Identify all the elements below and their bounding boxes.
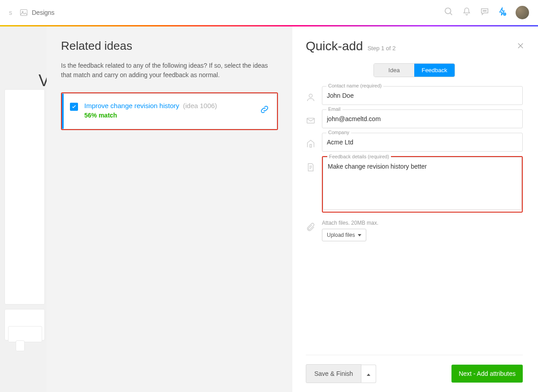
save-finish-button[interactable]: Save & Finish: [306, 364, 361, 383]
footer-bar: Save & Finish Next - Add attributes: [306, 355, 523, 383]
nav-designs-label: Designs: [32, 9, 55, 16]
person-icon: [306, 86, 316, 104]
feedback-form: Contact name (required) Email Company: [306, 86, 523, 241]
idea-title: Improve change revision history: [84, 102, 179, 109]
link-icon[interactable]: [260, 105, 269, 116]
idea-card[interactable]: Improve change revision history (idea 10…: [61, 92, 278, 130]
email-input[interactable]: [322, 109, 523, 128]
contact-input[interactable]: [322, 86, 523, 105]
chat-icon[interactable]: [480, 7, 490, 18]
image-icon: [19, 8, 28, 17]
quick-add-title: Quick-add: [306, 39, 363, 53]
svg-point-2: [445, 8, 451, 14]
svg-point-3: [483, 10, 484, 11]
next-button[interactable]: Next - Add attributes: [451, 365, 523, 383]
details-textarea[interactable]: [323, 157, 522, 210]
email-label: Email: [326, 106, 343, 112]
avatar[interactable]: [516, 6, 529, 19]
quick-add-step: Step 1 of 2: [368, 45, 396, 52]
details-label: Feedback details (required): [327, 154, 391, 159]
toggle-idea[interactable]: Idea: [374, 64, 414, 77]
quick-add-panel: Quick-add Step 1 of 2 Idea Feedback Cont…: [292, 26, 538, 392]
svg-rect-8: [307, 118, 315, 123]
type-toggle: Idea Feedback: [373, 63, 455, 77]
lightning-icon[interactable]: [498, 7, 508, 18]
check-icon: [71, 104, 77, 109]
idea-match: 56% match: [84, 112, 253, 119]
close-icon[interactable]: [516, 42, 525, 52]
letter-s: s: [9, 9, 12, 16]
upload-files-button[interactable]: Upload files: [322, 229, 366, 241]
toggle-feedback[interactable]: Feedback: [414, 64, 455, 77]
svg-point-5: [486, 10, 486, 11]
search-icon[interactable]: [444, 7, 454, 18]
idea-checkbox[interactable]: [70, 103, 78, 111]
save-finish-dropdown[interactable]: [361, 365, 376, 383]
svg-point-7: [309, 94, 312, 97]
related-title: Related ideas: [61, 39, 278, 53]
idea-ref: (idea 1006): [183, 102, 217, 109]
chevron-up-icon: [367, 374, 370, 376]
company-label: Company: [326, 130, 351, 135]
attach-hint: Attach files. 20MB max.: [322, 220, 378, 226]
top-bar: s Designs: [0, 0, 538, 25]
svg-point-4: [484, 10, 485, 11]
bell-icon[interactable]: [462, 7, 472, 18]
company-input[interactable]: [322, 133, 523, 152]
quick-add-overlay: Related ideas Is the feedback related to…: [47, 26, 538, 392]
company-icon: [306, 133, 316, 151]
nav-designs[interactable]: Designs: [19, 8, 55, 17]
svg-rect-0: [21, 9, 27, 15]
envelope-icon: [306, 109, 316, 127]
paperclip-icon: [306, 220, 316, 234]
related-intro: Is the feedback related to any of the fo…: [61, 61, 278, 80]
contact-label: Contact name (required): [326, 83, 383, 88]
related-ideas-panel: Related ideas Is the feedback related to…: [47, 26, 292, 392]
upload-files-label: Upload files: [327, 232, 355, 238]
document-icon: [306, 156, 316, 174]
chevron-down-icon: [358, 234, 361, 236]
svg-rect-9: [310, 144, 312, 147]
backdrop-panel: V: [0, 26, 47, 392]
